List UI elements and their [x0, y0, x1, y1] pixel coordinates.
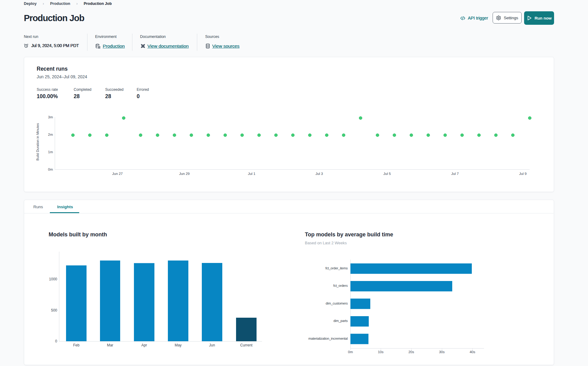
svg-text:Jul 7: Jul 7 [451, 172, 459, 176]
svg-text:1m: 1m [48, 150, 53, 154]
svg-text:Current: Current [240, 343, 253, 347]
svg-text:0m: 0m [48, 168, 53, 171]
svg-text:30s: 30s [439, 350, 445, 354]
svg-text:Jul 9: Jul 9 [519, 172, 527, 176]
svg-text:0m: 0m [348, 350, 353, 354]
svg-text:40s: 40s [470, 350, 475, 354]
svg-text:Feb: Feb [73, 343, 80, 347]
svg-text:500: 500 [51, 308, 57, 312]
svg-text:dim_customers: dim_customers [326, 301, 348, 305]
svg-text:Build Duration in Minutes: Build Duration in Minutes [36, 123, 39, 161]
svg-text:Jul 1: Jul 1 [248, 172, 255, 176]
svg-text:10s: 10s [378, 350, 384, 354]
svg-text:dim_parts: dim_parts [334, 319, 348, 323]
svg-text:fct_orders: fct_orders [333, 284, 348, 287]
svg-text:Apr: Apr [141, 343, 147, 347]
svg-text:0: 0 [55, 339, 57, 343]
svg-text:20s: 20s [409, 350, 414, 354]
svg-text:May: May [175, 343, 182, 347]
svg-text:fct_order_items: fct_order_items [325, 266, 348, 270]
svg-text:3m: 3m [48, 115, 53, 119]
svg-text:Jun 29: Jun 29 [179, 172, 190, 176]
svg-text:Jul 3: Jul 3 [316, 172, 323, 176]
svg-text:Jul 5: Jul 5 [383, 172, 391, 176]
svg-text:Jun: Jun [209, 343, 215, 347]
svg-text:1000: 1000 [49, 277, 57, 281]
svg-text:Jun 27: Jun 27 [112, 172, 123, 176]
svg-text:Mar: Mar [107, 343, 113, 347]
svg-text:2m: 2m [48, 133, 53, 136]
svg-text:materialization_incremental: materialization_incremental [309, 337, 348, 340]
